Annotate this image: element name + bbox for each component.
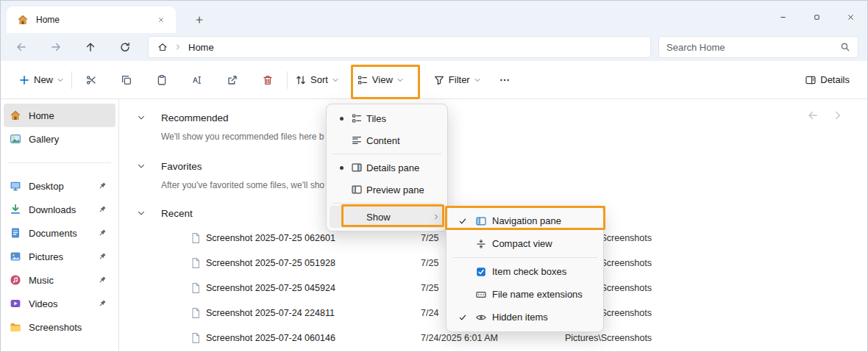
details-toggle-button[interactable]: Details [799,67,855,93]
menu-item-item-check-boxes[interactable]: Item check boxes [449,260,600,283]
sidebar-item-gallery[interactable]: Gallery [4,127,115,151]
details-pane-icon [805,74,817,86]
scroll-right-icon[interactable] [832,109,844,121]
collapse-chevron-icon[interactable] [137,162,146,170]
navigation-pane: Home Gallery Desktop Downloads Documents [1,99,118,352]
sidebar-item-pictures[interactable]: Pictures [4,245,115,268]
desktop-icon [10,180,21,192]
file-name: Screenshot 2025-07-24 060146 [206,333,421,343]
minimize-button[interactable] [766,1,800,33]
new-tab-button[interactable] [189,10,210,30]
rename-button[interactable] [179,67,215,93]
address-bar[interactable]: Home [148,36,651,58]
refresh-button[interactable] [113,35,137,59]
sidebar-item-music[interactable]: Music [4,268,115,292]
search-box [658,36,858,58]
menu-item-show[interactable]: Show [330,206,444,228]
sidebar-item-label: Pictures [29,251,63,262]
minimize-icon [779,13,787,21]
menu-item-hidden-items[interactable]: Hidden items [449,306,600,328]
sidebar-item-label: Videos [29,298,58,309]
forward-icon [50,41,62,53]
menu-item-label: Tiles [365,113,440,124]
file-icon [190,257,202,269]
menu-item-file-name-extensions[interactable]: File name extensions [449,283,600,306]
show-submenu: Navigation pane Compact view Item check … [446,206,604,332]
menu-item-navigation-pane[interactable]: Navigation pane [449,209,600,232]
cut-button[interactable] [74,67,109,93]
paste-button[interactable] [144,67,179,93]
collapse-chevron-icon[interactable] [137,113,146,122]
menu-separator [332,203,441,204]
sidebar-item-desktop[interactable]: Desktop [4,174,115,198]
content-view-icon [351,134,363,146]
sort-button[interactable]: Sort [289,67,345,93]
search-input[interactable] [666,42,834,53]
tab-close-icon[interactable] [154,12,168,27]
filter-button-label: Filter [449,74,470,85]
menu-item-preview-pane[interactable]: Preview pane [330,179,444,201]
section-title: Favorites [161,161,202,172]
eye-icon [475,312,487,323]
close-button[interactable] [833,1,867,33]
share-button[interactable] [215,67,250,93]
menu-item-details-pane[interactable]: Details pane [330,157,444,179]
plus-icon [195,15,204,24]
home-breadcrumb-icon[interactable] [157,42,168,52]
copy-icon [121,74,132,86]
menu-item-label: Compact view [491,238,596,249]
file-extensions-icon [475,289,487,301]
forward-button[interactable] [44,35,68,59]
music-icon [10,274,21,286]
maximize-button[interactable] [800,1,833,33]
pin-icon [98,252,107,261]
view-button[interactable]: View [351,67,410,93]
up-icon [85,41,96,53]
menu-item-compact-view[interactable]: Compact view [449,232,600,255]
up-button[interactable] [79,35,102,59]
new-button[interactable]: New [13,67,70,93]
section-title: Recent [161,208,193,219]
sidebar-item-downloads[interactable]: Downloads [4,198,115,221]
tab-home[interactable]: Home [7,7,176,33]
menu-item-label: Hidden items [491,312,596,323]
sidebar-item-documents[interactable]: Documents [4,221,115,245]
pin-icon [98,229,107,237]
menu-separator [452,257,597,258]
file-icon [190,282,202,294]
sidebar-separator [1,151,118,174]
navigation-bar: Home [1,33,867,61]
menu-item-content[interactable]: Content [330,129,444,151]
chevron-right-icon [174,43,182,51]
plus-icon [18,74,30,86]
breadcrumb[interactable]: Home [188,42,214,53]
filter-button[interactable]: Filter [427,67,487,93]
home-icon [17,14,29,26]
pin-icon [98,276,107,284]
delete-button[interactable] [250,67,285,93]
file-icon [190,307,202,319]
sidebar-item-home[interactable]: Home [4,104,115,127]
close-icon [847,13,855,21]
scroll-left-icon[interactable] [807,109,819,121]
toolbar-divider [71,71,72,89]
back-button[interactable] [10,35,33,59]
videos-icon [10,298,21,309]
rename-icon [191,74,203,86]
view-icon [357,74,369,86]
maximize-icon [813,13,821,21]
downloads-icon [10,204,21,215]
copy-button[interactable] [109,67,144,93]
section-recommended: Recommended [137,108,867,127]
menu-item-tiles[interactable]: Tiles [330,107,444,129]
gallery-icon [10,133,21,145]
sidebar-item-screenshots[interactable]: Screenshots [4,315,115,339]
collapse-chevron-icon[interactable] [137,209,146,218]
more-options-button[interactable] [487,67,522,93]
view-button-label: View [372,74,393,85]
search-icon[interactable] [840,42,850,52]
sidebar-item-videos[interactable]: Videos [4,292,115,315]
filter-icon [433,74,445,86]
check-icon [458,313,467,322]
back-icon [15,41,27,53]
